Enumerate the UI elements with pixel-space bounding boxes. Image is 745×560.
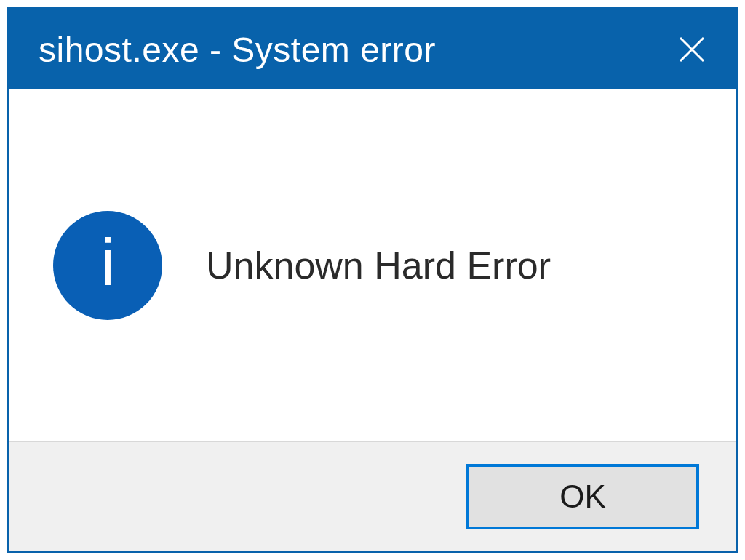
error-dialog: sihost.exe - System error i Unknown Hard… <box>7 7 738 553</box>
titlebar[interactable]: sihost.exe - System error <box>9 9 736 89</box>
ok-button[interactable]: OK <box>466 464 699 529</box>
error-message: Unknown Hard Error <box>206 244 551 287</box>
info-icon-glyph: i <box>100 230 115 301</box>
close-button[interactable] <box>670 28 714 71</box>
dialog-title: sihost.exe - System error <box>39 30 436 70</box>
close-icon <box>674 32 709 67</box>
dialog-content: i Unknown Hard Error <box>9 89 736 441</box>
info-icon: i <box>53 211 162 320</box>
button-bar: OK <box>9 441 736 551</box>
